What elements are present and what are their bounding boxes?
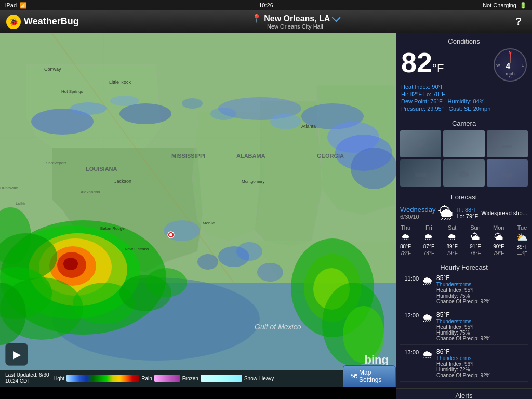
rain-legend (66, 375, 139, 382)
day-lo: 79°F (447, 250, 458, 256)
svg-rect-69 (502, 145, 512, 148)
compass-west: W (496, 63, 500, 68)
hourly-condition: Thunderstorms (436, 318, 491, 324)
map-background: LOUISIANA MISSISSIPPI ALABAMA GEORGIA Gu… (0, 33, 396, 387)
map-svg: LOUISIANA MISSISSIPPI ALABAMA GEORGIA Gu… (0, 33, 396, 387)
camera-thumb-4[interactable] (400, 159, 441, 187)
hourly-row: 11:00 🌧 85°F Thunderstorms Heat Index: 9… (400, 274, 528, 308)
status-bar: iPad 📶 10:26 Not Charging 🔋 (0, 0, 532, 10)
day-hi: 88°F (400, 244, 411, 249)
hourly-temp: 86°F (436, 348, 491, 355)
day-name: Fri (425, 224, 432, 231)
day-hi: 89°F (516, 244, 527, 250)
wind-speed: 4 (506, 62, 515, 71)
today-lo: Lo: 79°F (456, 213, 478, 219)
hourly-humidity: Humidity: 75% (436, 293, 491, 299)
forecast-day-fri: Fri 🌧 87°F 78°F (423, 224, 434, 257)
location-display[interactable]: 📍 New Orleans, LA New Orleans City Hall (251, 14, 338, 30)
last-updated: Last Updated: 6/3010:24 CDT (5, 372, 49, 384)
status-right: Not Charging 🔋 (483, 2, 527, 9)
hourly-heat-index: Heat Index: 96°F (436, 361, 491, 367)
day-hi: 89°F (447, 244, 458, 249)
hourly-heat-index: Heat Index: 95°F (436, 324, 491, 330)
map-icon: 🗺 (351, 373, 357, 380)
gust: Gust: SE 20mph (449, 105, 491, 112)
svg-text:ALABAMA: ALABAMA (236, 153, 265, 159)
hourly-temp: 85°F (436, 311, 491, 318)
day-name: Mon (493, 224, 504, 231)
svg-text:Shreveport: Shreveport (46, 161, 66, 165)
hourly-icon: 🌧 (422, 311, 433, 325)
legend-bar: Light Rain Frozen Snow Heavy (54, 375, 391, 382)
app-logo: 🐞 WeatherBug (6, 15, 79, 29)
play-button[interactable]: ▶ (5, 343, 28, 366)
compass-south: S (509, 75, 511, 79)
pin-icon: 📍 (251, 14, 262, 23)
city-name[interactable]: 📍 New Orleans, LA (251, 14, 338, 23)
conditions-title: Conditions (401, 37, 527, 45)
hourly-time: 12:00 (400, 312, 419, 318)
svg-point-39 (210, 108, 236, 120)
hourly-condition: Thunderstorms (436, 355, 491, 361)
svg-point-44 (169, 233, 172, 236)
day-lo: 79°F (493, 250, 504, 256)
map-area[interactable]: LOUISIANA MISSISSIPPI ALABAMA GEORGIA Gu… (0, 33, 396, 387)
right-panel: Conditions 82°F N S E W 4 mph Heat Index… (396, 33, 532, 399)
wind-needle (510, 52, 511, 63)
svg-point-73 (459, 171, 469, 177)
hourly-time: 13:00 (400, 349, 419, 355)
forecast-section: Forecast Wednesday 6/30/10 🌦 Hi: 88°F Lo… (396, 190, 532, 260)
camera-thumb-6[interactable] (487, 159, 528, 187)
svg-point-38 (270, 114, 301, 129)
day-icon: 🌧 (424, 232, 433, 243)
wind-speed-value: 4 mph (506, 62, 515, 76)
svg-text:Gulf of Mexico: Gulf of Mexico (255, 323, 301, 331)
map-settings-button[interactable]: 🗺 Map Settings (343, 365, 396, 387)
hourly-precip: Chance Of Precip: 92% (436, 336, 491, 341)
app-name: WeatherBug (24, 16, 79, 27)
day-name: Sat (448, 224, 457, 231)
temp-wind-row: 82°F N S E W 4 mph (401, 48, 527, 82)
today-temps: Hi: 88°F Lo: 79°F (456, 207, 478, 219)
day-icon: 🌥 (471, 232, 480, 243)
day-lo: 78°F (400, 250, 411, 256)
hourly-row: 13:00 🌧 86°F Thunderstorms Heat Index: 9… (400, 348, 528, 382)
svg-point-42 (110, 96, 139, 106)
camera-thumb-5[interactable] (443, 159, 484, 187)
logo-icon: 🐞 (6, 15, 21, 29)
svg-text:GEORGIA: GEORGIA (317, 153, 344, 159)
camera-thumb-2[interactable] (443, 130, 484, 157)
day-hi: 87°F (423, 244, 434, 249)
svg-point-35 (197, 254, 218, 270)
status-left: iPad 📶 (5, 2, 27, 9)
svg-text:Jackson: Jackson (114, 179, 131, 184)
hourly-row: 12:00 🌧 85°F Thunderstorms Heat Index: 9… (400, 311, 528, 345)
svg-text:Montgomery: Montgomery (242, 179, 264, 184)
wind-compass: N S E W 4 mph (494, 48, 527, 82)
hourly-heat-index: Heat Index: 95°F (436, 287, 491, 293)
day-icon: 🌧 (401, 232, 410, 243)
chevron-down-icon[interactable] (332, 13, 341, 22)
day-lo: 78°F (423, 250, 434, 256)
camera-thumb-3[interactable] (487, 130, 528, 157)
day-icon: ⛅ (516, 232, 528, 243)
frozen-legend (154, 375, 180, 382)
hourly-rows: 11:00 🌧 85°F Thunderstorms Heat Index: 9… (400, 274, 528, 382)
forecast-today: Wednesday 6/30/10 🌦 Hi: 88°F Lo: 79°F Wi… (400, 204, 528, 221)
svg-point-37 (257, 263, 283, 282)
help-button[interactable]: ? (511, 16, 526, 28)
city-label: New Orleans, LA (264, 14, 330, 23)
today-day: Wednesday (400, 206, 435, 214)
svg-point-19 (63, 258, 78, 270)
conditions-details: Heat Index: 90°F Hi: 82°F Lo: 78°F Dew P… (401, 84, 527, 112)
hourly-icon: 🌧 (422, 274, 433, 288)
svg-text:Huntsville: Huntsville (0, 185, 18, 190)
svg-point-12 (351, 148, 396, 189)
svg-text:Atlanta: Atlanta (301, 124, 316, 129)
camera-thumb-1[interactable] (400, 130, 441, 157)
svg-text:Lufkin: Lufkin (16, 201, 26, 206)
light-label: Light (54, 376, 65, 381)
camera-section: Camera (396, 116, 532, 190)
header: 🐞 WeatherBug 📍 New Orleans, LA New Orlea… (0, 10, 532, 33)
temperature-display: 82°F (401, 48, 444, 76)
